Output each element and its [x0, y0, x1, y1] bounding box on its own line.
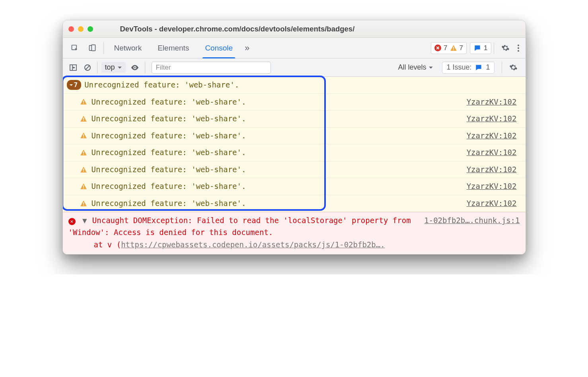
- svg-rect-10: [83, 103, 84, 104]
- minimize-button[interactable]: [78, 26, 84, 32]
- close-button[interactable]: [68, 26, 74, 32]
- svg-point-8: [134, 67, 136, 68]
- warning-group-header[interactable]: 7Unrecognized feature: 'web-share'.: [63, 77, 324, 94]
- chevron-down-icon: [428, 65, 433, 70]
- svg-rect-18: [83, 171, 84, 172]
- window-controls: [68, 26, 93, 32]
- clear-console-icon[interactable]: [80, 58, 95, 76]
- warning-row[interactable]: Unrecognized feature: 'web-share'.: [63, 128, 324, 145]
- more-tabs-icon[interactable]: »: [241, 43, 253, 53]
- warning-message-text: Unrecognized feature: 'web-share'.: [92, 130, 246, 142]
- warning-count-pill: 7: [67, 80, 82, 90]
- warning-triangle-icon: [80, 149, 88, 157]
- warning-message-text: Unrecognized feature: 'web-share'.: [92, 147, 246, 158]
- filter-input[interactable]: [152, 62, 271, 74]
- device-toggle-icon[interactable]: [84, 38, 101, 58]
- separator: [145, 62, 145, 74]
- log-levels-selector[interactable]: All levels: [394, 63, 437, 72]
- titlebar: DevTools - developer.chrome.com/docs/dev…: [63, 20, 526, 38]
- warning-source-cell: YzarzKV:102: [324, 94, 526, 111]
- error-warning-counter[interactable]: 7 7: [431, 42, 467, 54]
- svg-rect-19: [83, 185, 84, 188]
- warning-triangle-icon: [450, 45, 457, 52]
- expand-caret-icon[interactable]: ▼: [82, 215, 87, 226]
- warning-source-link[interactable]: YzarzKV:102: [467, 181, 517, 192]
- message-count: 1: [484, 44, 487, 52]
- warning-row[interactable]: Unrecognized feature: 'web-share'.: [63, 111, 324, 128]
- live-expression-icon[interactable]: [127, 58, 142, 76]
- message-counter[interactable]: 1: [470, 42, 491, 54]
- error-circle-icon: ✕: [68, 218, 76, 225]
- kebab-menu-icon[interactable]: [514, 38, 522, 58]
- warning-triangle-icon: [80, 115, 88, 123]
- warning-row[interactable]: Unrecognized feature: 'web-share'.: [63, 161, 324, 179]
- warning-triangle-icon: [80, 183, 88, 190]
- chevron-down-icon: [69, 83, 73, 87]
- warning-source-cell: YzarzKV:102: [324, 111, 526, 128]
- tab-console[interactable]: Console: [197, 38, 241, 58]
- svg-rect-13: [83, 134, 84, 137]
- devtools-window: DevTools - developer.chrome.com/docs/dev…: [62, 20, 526, 255]
- context-label: top: [105, 63, 115, 72]
- inspect-element-icon[interactable]: [66, 38, 84, 58]
- stack-link[interactable]: https://cpwebassets.codepen.io/assets/pa…: [121, 240, 385, 249]
- error-source-link[interactable]: 1-02bfb2b….chunk.js:1: [424, 215, 520, 226]
- levels-label: All levels: [398, 63, 426, 72]
- svg-rect-20: [83, 188, 84, 188]
- warning-source-cell: YzarzKV:102: [324, 178, 526, 195]
- svg-rect-12: [83, 120, 84, 121]
- separator: [103, 42, 104, 54]
- warning-source-link[interactable]: YzarzKV:102: [467, 198, 517, 209]
- maximize-button[interactable]: [88, 26, 93, 32]
- warning-source-cell: YzarzKV:102: [324, 128, 526, 145]
- warning-message-text: Unrecognized feature: 'web-share'.: [92, 113, 246, 124]
- svg-rect-16: [83, 154, 84, 155]
- warning-count: 7: [459, 44, 463, 52]
- issues-count: 1: [486, 63, 490, 72]
- error-count: 7: [444, 44, 447, 52]
- svg-rect-11: [83, 117, 84, 120]
- warning-triangle-icon: [80, 166, 88, 174]
- stack-line: at v (https://cpwebassets.codepen.io/ass…: [68, 239, 520, 251]
- stack-prefix: at v (: [94, 240, 121, 249]
- warning-triangle-icon: [80, 98, 88, 106]
- warning-group: 7Unrecognized feature: 'web-share'.Unrec…: [63, 77, 526, 212]
- svg-rect-17: [83, 168, 84, 171]
- warning-row[interactable]: Unrecognized feature: 'web-share'.: [63, 144, 324, 161]
- issues-chip[interactable]: 1 Issue: 1: [442, 62, 494, 74]
- console-filter-bar: top All levels 1 Issue: 1: [63, 58, 526, 77]
- console-sidebar-toggle-icon[interactable]: [66, 58, 80, 76]
- tab-network[interactable]: Network: [106, 38, 150, 58]
- console-settings-icon[interactable]: [504, 58, 522, 76]
- separator: [502, 62, 502, 74]
- warning-message-text: Unrecognized feature: 'web-share'.: [92, 198, 246, 209]
- separator: [494, 42, 494, 54]
- svg-rect-14: [83, 137, 84, 138]
- warning-source-link[interactable]: YzarzKV:102: [467, 147, 517, 158]
- context-selector[interactable]: top: [101, 62, 126, 73]
- settings-icon[interactable]: [496, 38, 514, 58]
- issues-label: 1 Issue:: [446, 63, 471, 72]
- warning-message-text: Unrecognized feature: 'web-share'.: [92, 97, 246, 108]
- main-toolbar: Network Elements Console » 7 7 1: [63, 38, 526, 58]
- message-icon: [473, 44, 481, 52]
- warning-row[interactable]: Unrecognized feature: 'web-share'.: [63, 94, 324, 111]
- warning-source-link[interactable]: YzarzKV:102: [467, 113, 517, 124]
- warning-source-link[interactable]: YzarzKV:102: [467, 97, 517, 108]
- warning-row[interactable]: Unrecognized feature: 'web-share'.: [63, 195, 324, 212]
- window-title: DevTools - developer.chrome.com/docs/dev…: [100, 25, 520, 33]
- warning-message-text: Unrecognized feature: 'web-share'.: [92, 181, 246, 192]
- tab-elements[interactable]: Elements: [150, 38, 197, 58]
- svg-rect-5: [453, 49, 454, 50]
- svg-rect-2: [92, 45, 95, 51]
- svg-rect-4: [453, 47, 454, 49]
- svg-rect-9: [83, 101, 84, 103]
- warning-source-link[interactable]: YzarzKV:102: [467, 130, 517, 142]
- error-circle-icon: [434, 45, 441, 51]
- warning-source-cell: YzarzKV:102: [324, 161, 526, 179]
- warning-triangle-icon: [80, 132, 88, 140]
- warning-source-link[interactable]: YzarzKV:102: [467, 164, 517, 175]
- separator: [97, 62, 97, 74]
- svg-rect-15: [83, 152, 84, 154]
- warning-row[interactable]: Unrecognized feature: 'web-share'.: [63, 178, 324, 195]
